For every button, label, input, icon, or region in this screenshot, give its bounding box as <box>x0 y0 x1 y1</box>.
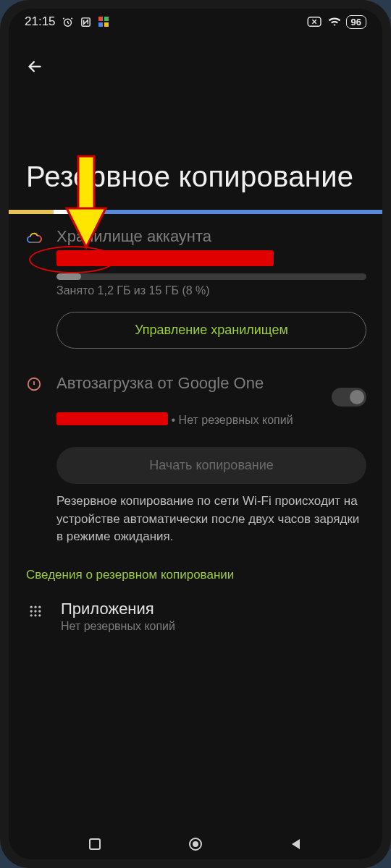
redacted-device-name <box>56 412 168 425</box>
backup-status-line: • Нет резервных копий <box>56 409 366 433</box>
backup-no-backups-text: • Нет резервных копий <box>168 414 293 426</box>
backup-section-title: Автозагрузка от Google One <box>56 373 321 393</box>
wifi-icon <box>327 16 342 27</box>
svg-point-15 <box>34 614 36 616</box>
apps-backup-item[interactable]: Приложения Нет резервных копий <box>9 587 382 633</box>
backup-toggle[interactable] <box>332 388 366 407</box>
svg-rect-3 <box>104 17 109 21</box>
nfc-icon <box>80 16 92 28</box>
status-bar: 21:15 96 <box>9 9 382 35</box>
svg-marker-22 <box>292 839 300 849</box>
svg-point-14 <box>30 614 33 616</box>
battery-indicator: 96 <box>346 15 366 29</box>
backup-details-link[interactable]: Сведения о резервном копировании <box>9 550 382 587</box>
backup-info-text: Резервное копирование по сети Wi-Fi прои… <box>56 493 366 546</box>
info-alert-icon <box>25 373 43 546</box>
svg-point-13 <box>38 610 41 612</box>
puzzle-icon <box>98 16 109 27</box>
apps-subtitle: Нет резервных копий <box>61 620 175 633</box>
svg-point-21 <box>193 842 198 846</box>
redacted-account-email <box>56 250 274 266</box>
svg-point-9 <box>34 605 36 608</box>
svg-rect-19 <box>90 839 100 849</box>
cloud-icon <box>25 227 43 356</box>
storage-segment-1 <box>9 210 54 214</box>
status-time: 21:15 <box>25 14 56 29</box>
svg-rect-5 <box>104 22 109 27</box>
dnd-icon <box>307 16 323 27</box>
svg-rect-2 <box>98 17 103 21</box>
svg-rect-4 <box>98 22 103 27</box>
back-button[interactable] <box>22 54 48 80</box>
nav-back-button[interactable] <box>283 831 309 857</box>
svg-point-8 <box>30 605 33 608</box>
page-title: Резервное копирование <box>9 80 382 210</box>
toggle-knob <box>350 390 364 404</box>
svg-point-10 <box>38 605 41 608</box>
apps-title: Приложения <box>61 600 175 618</box>
navigation-bar <box>9 829 382 859</box>
storage-segment-2 <box>54 210 83 214</box>
nav-recent-button[interactable] <box>82 831 108 857</box>
svg-point-12 <box>34 610 36 612</box>
apps-icon <box>26 600 45 618</box>
storage-progress <box>56 273 366 280</box>
start-backup-button[interactable]: Начать копирование <box>56 447 366 484</box>
svg-point-11 <box>30 610 33 612</box>
nav-home-button[interactable] <box>182 831 209 857</box>
storage-section-title: Хранилище аккаунта <box>56 227 366 246</box>
storage-usage-text: Занято 1,2 ГБ из 15 ГБ (8 %) <box>56 284 366 297</box>
storage-progress-fill <box>56 273 81 280</box>
manage-storage-button[interactable]: Управление хранилищем <box>56 312 366 349</box>
alarm-icon <box>62 16 74 28</box>
svg-point-16 <box>38 614 41 616</box>
